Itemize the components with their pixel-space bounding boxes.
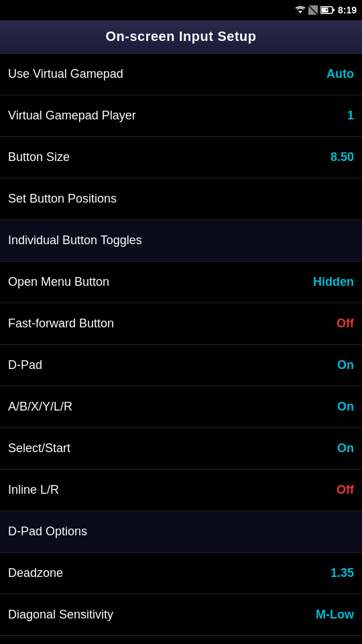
wifi-icon <box>295 5 306 15</box>
setting-value-select-start: On <box>337 441 354 455</box>
setting-label-inline-lr: Inline L/R <box>8 483 59 497</box>
setting-label-use-virtual-gamepad: Use Virtual Gamepad <box>8 67 123 81</box>
setting-label-d-pad: D-Pad <box>8 358 42 372</box>
battery-icon <box>320 5 335 15</box>
setting-label-d-pad-options: D-Pad Options <box>8 525 87 539</box>
setting-label-open-menu-button: Open Menu Button <box>8 275 109 289</box>
page-header: On-screen Input Setup <box>0 20 362 54</box>
status-icons: 8:19 <box>295 5 357 15</box>
setting-value-abxylr: On <box>337 400 354 414</box>
setting-label-button-size: Button Size <box>8 150 70 164</box>
status-bar: 8:19 <box>0 0 362 20</box>
setting-item-inline-lr[interactable]: Inline L/ROff <box>0 470 362 511</box>
setting-value-button-size: 8.50 <box>330 150 354 164</box>
setting-label-fast-forward-button: Fast-forward Button <box>8 317 114 331</box>
setting-value-use-virtual-gamepad: Auto <box>326 67 354 81</box>
setting-value-open-menu-button: Hidden <box>313 275 354 289</box>
setting-label-deadzone: Deadzone <box>8 566 63 580</box>
setting-value-diagonal-sensitivity: M-Low <box>316 608 354 622</box>
setting-item-diagonal-sensitivity[interactable]: Diagonal SensitivityM-Low <box>0 594 362 636</box>
setting-item-select-start[interactable]: Select/StartOn <box>0 428 362 470</box>
setting-item-fast-forward-button[interactable]: Fast-forward ButtonOff <box>0 303 362 345</box>
status-time: 8:19 <box>338 5 357 15</box>
setting-item-individual-button-toggles[interactable]: Individual Button Toggles <box>0 220 362 262</box>
setting-label-diagonal-sensitivity: Diagonal Sensitivity <box>8 608 113 622</box>
setting-label-abxylr: A/B/X/Y/L/R <box>8 400 72 414</box>
setting-value-virtual-gamepad-player: 1 <box>347 109 354 123</box>
svg-marker-0 <box>298 11 302 13</box>
setting-item-button-size[interactable]: Button Size8.50 <box>0 137 362 178</box>
setting-value-fast-forward-button: Off <box>337 317 354 331</box>
setting-label-select-start: Select/Start <box>8 441 70 455</box>
signal-icon <box>308 5 318 15</box>
setting-value-d-pad: On <box>337 358 354 372</box>
settings-list: Use Virtual GamepadAutoVirtual Gamepad P… <box>0 54 362 636</box>
setting-value-inline-lr: Off <box>337 483 354 497</box>
svg-rect-5 <box>333 9 335 11</box>
setting-value-deadzone: 1.35 <box>330 566 354 580</box>
setting-item-open-menu-button[interactable]: Open Menu ButtonHidden <box>0 262 362 303</box>
setting-item-d-pad-options[interactable]: D-Pad Options <box>0 511 362 553</box>
page-title: On-screen Input Setup <box>106 29 257 44</box>
setting-label-virtual-gamepad-player: Virtual Gamepad Player <box>8 109 136 123</box>
setting-item-abxylr[interactable]: A/B/X/Y/L/ROn <box>0 386 362 428</box>
setting-label-set-button-positions: Set Button Positions <box>8 192 117 206</box>
setting-item-d-pad[interactable]: D-PadOn <box>0 345 362 386</box>
setting-item-deadzone[interactable]: Deadzone1.35 <box>0 553 362 594</box>
setting-item-set-button-positions[interactable]: Set Button Positions <box>0 178 362 220</box>
setting-label-individual-button-toggles: Individual Button Toggles <box>8 233 142 248</box>
setting-item-use-virtual-gamepad[interactable]: Use Virtual GamepadAuto <box>0 54 362 95</box>
setting-item-virtual-gamepad-player[interactable]: Virtual Gamepad Player1 <box>0 95 362 137</box>
